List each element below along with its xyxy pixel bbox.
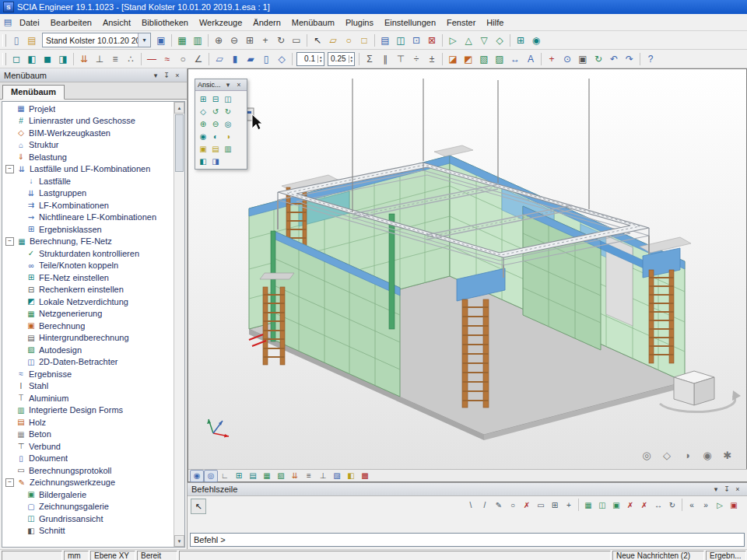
previous-view-icon[interactable]: ◑ xyxy=(222,130,234,142)
shrink-toggle-icon[interactable]: ▧ xyxy=(274,470,288,482)
grid-toggle-icon[interactable]: ⊞ xyxy=(232,470,246,482)
named-selection-icon[interactable]: ⊠ xyxy=(424,33,440,48)
new-project-icon[interactable]: ▯ xyxy=(9,33,24,48)
shaded-icon[interactable]: ◧ xyxy=(24,51,40,67)
scroll-thumb[interactable] xyxy=(175,114,184,172)
tab-menubaum[interactable]: Menübaum xyxy=(2,85,65,100)
tree-item[interactable]: ◩Lokale Netzverdichtung xyxy=(2,296,174,308)
tree-item[interactable]: ⊞FE-Netz einstellen xyxy=(2,271,174,284)
activity-icon[interactable]: ◫ xyxy=(393,33,409,48)
menu-item[interactable]: Hilfe xyxy=(481,16,509,30)
hide-selection-icon[interactable]: ◪ xyxy=(445,51,461,67)
plusminus-icon[interactable]: ± xyxy=(424,51,440,67)
status-segment[interactable]: Ergebn... xyxy=(706,551,746,560)
refresh-icon[interactable]: ↻ xyxy=(591,51,606,67)
tree-item[interactable]: ◇BIM-Werkzeugkasten xyxy=(2,127,174,139)
rect-command-icon[interactable]: ▭ xyxy=(534,498,548,512)
tree-item[interactable]: ⇝Nichtlineare LF-Kombinationen xyxy=(2,212,174,224)
isolate-icon[interactable]: ◩ xyxy=(461,51,476,67)
grid-step-spinner[interactable]: 0.25▴▾ xyxy=(328,52,356,66)
beam-icon[interactable]: ▱ xyxy=(212,51,227,67)
save-icon[interactable]: ▣ xyxy=(153,33,169,48)
mesh-display-icon[interactable]: ▨ xyxy=(492,51,507,67)
line-command-icon[interactable]: / xyxy=(478,498,492,512)
view-y-icon[interactable]: △ xyxy=(461,33,476,48)
nav-cube-toggle-icon[interactable]: ◇ xyxy=(659,447,675,463)
tree-item[interactable]: ▣Bildergalerie xyxy=(2,488,174,501)
title-bar[interactable]: S SCIA Engineer 19.1.1023 - [Stand Kolst… xyxy=(0,0,747,14)
divide-icon[interactable]: ÷ xyxy=(409,51,424,67)
command-input[interactable]: Befehl > xyxy=(190,533,745,547)
command-close-icon[interactable]: × xyxy=(732,485,743,493)
circle-tool-icon[interactable]: ○ xyxy=(175,51,191,67)
palette-menu-icon[interactable]: ▾ xyxy=(223,81,233,89)
tree-item[interactable]: −✎Zeichnungswerkzeuge xyxy=(2,477,174,489)
tree-item[interactable]: ▦Netzgenerierung xyxy=(2,308,174,320)
tree-item[interactable]: ▤Hintergrundberechnung xyxy=(2,332,174,345)
rotate-right-icon[interactable]: ↻ xyxy=(222,105,234,117)
expand-collapse-icon[interactable]: − xyxy=(5,478,14,487)
menu-item[interactable]: Plugins xyxy=(340,16,379,30)
parallel-icon[interactable]: ∥ xyxy=(377,51,393,67)
shading-mode-icon[interactable]: ◑ xyxy=(679,447,695,463)
status-segment[interactable]: Ebene XY xyxy=(90,551,135,560)
pan-icon[interactable]: + xyxy=(258,33,273,48)
view-x-icon[interactable]: ▷ xyxy=(445,33,461,48)
plate-icon[interactable]: ▰ xyxy=(243,51,258,67)
tree-item[interactable]: ⌂Struktur xyxy=(2,139,174,152)
shell-icon[interactable]: ◇ xyxy=(274,51,289,67)
cursor-tool-button[interactable]: ↖ xyxy=(191,499,206,514)
zoom-tool-icon[interactable]: ◎ xyxy=(639,447,654,463)
view-settings-gear-icon[interactable]: ✱ xyxy=(720,447,735,463)
grid-snap-command-icon[interactable]: ⊞ xyxy=(548,498,562,512)
tree-item[interactable]: IStahl xyxy=(2,380,174,393)
circle-command-icon[interactable]: ○ xyxy=(506,498,520,512)
tree-item[interactable]: ↓Lastfälle xyxy=(2,175,174,187)
lock-view-icon[interactable]: ▣ xyxy=(575,51,591,67)
dock-close-icon[interactable]: × xyxy=(172,72,183,79)
zoom-selection-icon[interactable]: ◐ xyxy=(209,130,222,142)
coord-info-icon[interactable]: ◉ xyxy=(190,470,204,482)
tree-item[interactable]: ▭Berechnungsprotokoll xyxy=(2,464,174,477)
expand-collapse-icon[interactable]: − xyxy=(5,165,14,173)
model-viewport[interactable]: Ansic... ▾ × ⊞⊟◫◇↺↻⊕⊖◎◉◐◑▣▤▥◧◨ ◎◇◑◉✱ ◉◎∟… xyxy=(188,68,747,482)
fit-view-icon[interactable]: ▭ xyxy=(289,33,304,48)
rotate-left-icon[interactable]: ↺ xyxy=(209,105,222,117)
tree-item[interactable]: ▦Projekt xyxy=(2,103,174,115)
support-toggle-icon[interactable]: ⊥ xyxy=(316,470,330,482)
tree-item[interactable]: ≈Ergebnisse xyxy=(2,368,174,380)
save-view-icon[interactable]: ▥ xyxy=(222,142,234,155)
scroll-track[interactable] xyxy=(174,173,184,535)
prev-command-icon[interactable]: « xyxy=(685,498,699,512)
tree-item[interactable]: ⇊Lastgruppen xyxy=(2,187,174,200)
tree-item[interactable]: ▣Berechnung xyxy=(2,320,174,332)
view-settings-icon[interactable]: ◨ xyxy=(209,155,222,167)
tree-item[interactable]: ▯Dokument xyxy=(2,453,174,465)
project-combo[interactable]: Stand Kolster 10.01.20 20 ▾ xyxy=(42,33,151,47)
wall-icon[interactable]: ▯ xyxy=(258,51,274,67)
tree-item[interactable]: ▢Zeichnungsgalerie xyxy=(2,501,174,513)
menu-item[interactable]: Datei xyxy=(14,16,45,30)
show-nodes-icon[interactable]: ∴ xyxy=(123,51,139,67)
dock-menu-icon[interactable]: ▾ xyxy=(150,72,161,79)
snap-point-icon[interactable]: ▦ xyxy=(581,498,595,512)
camera-icon[interactable]: ▣ xyxy=(197,142,209,155)
view-front-icon[interactable]: ⊟ xyxy=(209,93,222,105)
select-rect-icon[interactable]: □ xyxy=(356,33,372,48)
rotate-command-icon[interactable]: ↻ xyxy=(665,498,679,512)
spinner-arrows-icon[interactable]: ▴▾ xyxy=(317,55,324,63)
undo-icon[interactable]: ↶ xyxy=(606,51,622,67)
angle-tool-icon[interactable]: ∠ xyxy=(191,51,206,67)
toolbar-grip[interactable] xyxy=(2,53,6,65)
zoom-out-icon[interactable]: ⊖ xyxy=(226,33,242,48)
transparent-icon[interactable]: ◨ xyxy=(55,51,71,67)
tree-item[interactable]: #Linienraster und Geschosse xyxy=(2,115,174,128)
redo-icon[interactable]: ↷ xyxy=(622,51,637,67)
ucs-icon[interactable]: + xyxy=(544,51,559,67)
open-project-icon[interactable]: ▤ xyxy=(24,33,40,48)
tree-item[interactable]: ⊤Verbund xyxy=(2,440,174,453)
menu-item[interactable]: Fenster xyxy=(441,16,481,30)
tree-item[interactable]: ⊞Ergebnisklassen xyxy=(2,223,174,236)
render-toggle-icon[interactable]: ▦ xyxy=(260,470,274,482)
view-palette-header[interactable]: Ansic... ▾ × xyxy=(195,79,247,91)
